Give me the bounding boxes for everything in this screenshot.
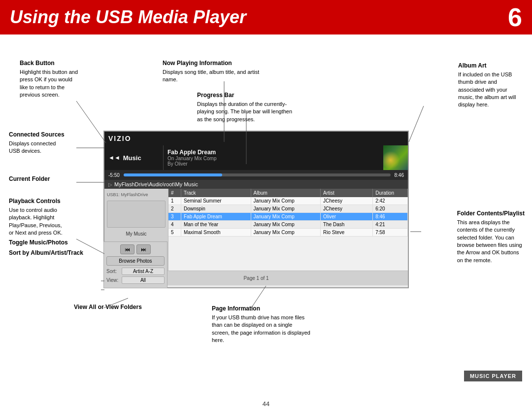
current-folder-label: My Music — [107, 230, 166, 238]
page-number: 44 — [263, 400, 269, 408]
now-playing-info: Fab Apple Dream On January Mix Comp By O… — [164, 145, 383, 170]
col-header-num: # — [168, 189, 181, 197]
cell-album: January Mix Comp — [251, 221, 321, 229]
screen-header: VIZIO — [104, 132, 408, 145]
page-info: Page 1 of 1 — [243, 275, 268, 281]
table-row[interactable]: 4Man of the YearJanuary Mix CompThe Dash… — [168, 221, 408, 229]
view-label: View: — [106, 277, 120, 283]
controls-area: ⏮ ⏭ Browse Photos Sort: Artist A-Z View:… — [103, 241, 167, 288]
cell-duration: 8:46 — [373, 213, 408, 221]
next-button[interactable]: ⏭ — [136, 244, 151, 254]
cell-num: 2 — [168, 205, 181, 213]
page-title: Using the USB Media Player — [10, 7, 246, 28]
back-arrow-icon[interactable]: ◄◄ — [108, 154, 120, 161]
cell-artist: Oliver — [321, 213, 373, 221]
col-header-album: Album — [251, 189, 321, 197]
song-title: Fab Apple Dream — [167, 149, 379, 156]
folder-icon: ▷ — [108, 182, 112, 187]
col-header-track: Track — [181, 189, 251, 197]
current-folder-annotation: Current Folder — [9, 175, 50, 184]
cell-track: Fab Apple Dream — [181, 213, 251, 221]
track-table-body: 1Seminal SummerJanuary Mix CompJCheesy2:… — [168, 197, 408, 237]
browse-photos-button[interactable]: Browse Photos — [106, 256, 165, 266]
view-row: View: All — [106, 276, 165, 284]
table-row[interactable]: 5Maximal SmoothJanuary Mix CompRio Steve… — [168, 229, 408, 237]
table-header-row: # Track Album Artist Duration — [168, 189, 408, 197]
cell-duration: 6:20 — [373, 205, 408, 213]
progress-bar-annotation: Progress Bar Displays the duration of th… — [197, 91, 296, 123]
time-total: 8:46 — [395, 172, 404, 178]
folder-path-text: MyFlashDrive\Audio\root\My Music — [114, 181, 198, 187]
table-row[interactable]: 3Fab Apple DreamJanuary Mix CompOliver8:… — [168, 213, 408, 221]
table-row[interactable]: 2DownspinJanuary Mix CompJCheesy6:20 — [168, 205, 408, 213]
cell-album: January Mix Comp — [251, 197, 321, 205]
playback-controls-annotation: Playback Controls Use to control audio p… — [9, 197, 83, 258]
svg-line-2 — [409, 106, 424, 142]
now-playing-annotation: Now Playing Information Displays song ti… — [163, 59, 261, 84]
cell-num: 1 — [168, 197, 181, 205]
progress-bar-fill — [124, 173, 222, 176]
cell-artist: Rio Steve — [321, 229, 373, 237]
now-playing-bar: ◄◄ Music Fab Apple Dream On January Mix … — [104, 145, 408, 170]
track-table: # Track Album Artist Duration 1Seminal S… — [168, 189, 408, 237]
cell-artist: JCheesy — [321, 197, 373, 205]
vizio-logo: VIZIO — [108, 135, 132, 142]
cell-num: 5 — [168, 229, 181, 237]
cell-duration: 2:42 — [373, 197, 408, 205]
usb-device-label: USB1: MyFlashDrive — [107, 191, 166, 198]
song-on: On January Mix Comp — [167, 156, 379, 161]
page-header: Using the USB Media Player 6 — [0, 0, 532, 34]
music-label: Music — [123, 154, 141, 162]
cell-track: Man of the Year — [181, 221, 251, 229]
table-row[interactable]: 1Seminal SummerJanuary Mix CompJCheesy2:… — [168, 197, 408, 205]
footer: 44 — [0, 396, 532, 411]
music-nav: ◄◄ Music — [104, 145, 164, 170]
cell-album: January Mix Comp — [251, 229, 321, 237]
prev-button[interactable]: ⏮ — [120, 244, 134, 254]
sort-value[interactable]: Artist A-Z — [122, 268, 165, 275]
folder-box[interactable] — [107, 201, 166, 228]
view-value[interactable]: All — [122, 276, 165, 284]
cell-num: 3 — [168, 213, 181, 221]
cell-duration: 7:58 — [373, 229, 408, 237]
sort-row: Sort: Artist A-Z — [106, 268, 165, 275]
progress-section: -5:50 8:46 — [104, 170, 408, 180]
cell-num: 4 — [168, 221, 181, 229]
sort-label: Sort: — [106, 269, 120, 274]
cell-track: Maximal Smooth — [181, 229, 251, 237]
album-art-annotation: Album Art If included on the USB thumb d… — [458, 62, 522, 109]
chapter-number: 6 — [508, 2, 522, 32]
cell-track: Seminal Summer — [181, 197, 251, 205]
view-all-annotation: View All or View Folders — [74, 303, 142, 312]
track-list: # Track Album Artist Duration 1Seminal S… — [168, 189, 408, 271]
main-content: Back Button Highlight this button and pr… — [0, 34, 532, 396]
page-info-annotation: Page Information If your USB thumb drive… — [212, 305, 310, 344]
cell-artist: The Dash — [321, 221, 373, 229]
playback-btn-row: ⏮ ⏭ — [106, 244, 165, 254]
svg-line-0 — [76, 101, 106, 143]
progress-bar-container — [124, 173, 391, 176]
cell-track: Downspin — [181, 205, 251, 213]
col-header-artist: Artist — [321, 189, 373, 197]
cell-artist: JCheesy — [321, 205, 373, 213]
connected-sources-annotation: Connected Sources Displays connected USB… — [9, 131, 65, 155]
folder-contents-annotation: Folder Contents/Playlist This area displ… — [457, 209, 525, 264]
folder-path-bar: ▷ MyFlashDrive\Audio\root\My Music — [104, 180, 408, 189]
cell-album: January Mix Comp — [251, 205, 321, 213]
album-art-thumbnail — [383, 145, 408, 170]
music-player-badge: MUSIC PLAYER — [464, 371, 522, 381]
back-button-annotation: Back Button Highlight this button and pr… — [20, 59, 79, 99]
time-elapsed: -5:50 — [108, 172, 120, 178]
col-header-duration: Duration — [373, 189, 408, 197]
song-by: By Oliver — [167, 161, 379, 167]
cell-duration: 4:21 — [373, 221, 408, 229]
cell-album: January Mix Comp — [251, 213, 321, 221]
